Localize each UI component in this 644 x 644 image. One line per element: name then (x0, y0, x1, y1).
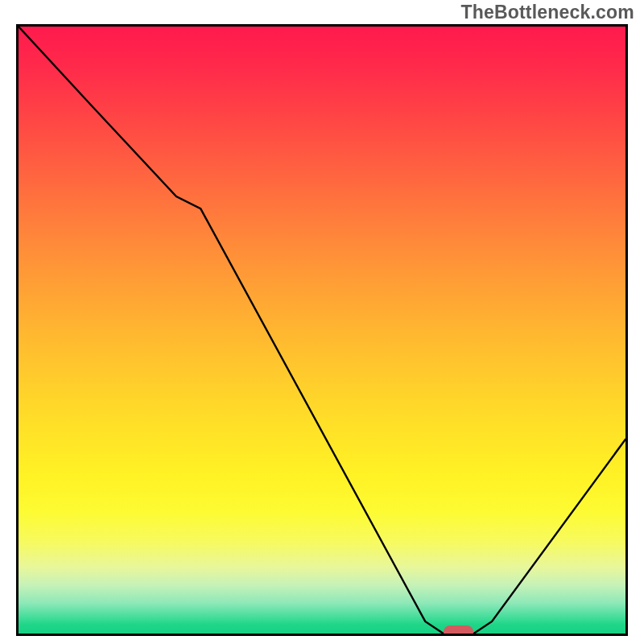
bottleneck-curve-path (19, 27, 625, 634)
bottleneck-marker (444, 625, 474, 636)
chart-frame (16, 24, 628, 636)
chart-curve-svg (19, 27, 625, 634)
watermark-text: TheBottleneck.com (460, 2, 634, 23)
chart-container: TheBottleneck.com (0, 0, 644, 644)
